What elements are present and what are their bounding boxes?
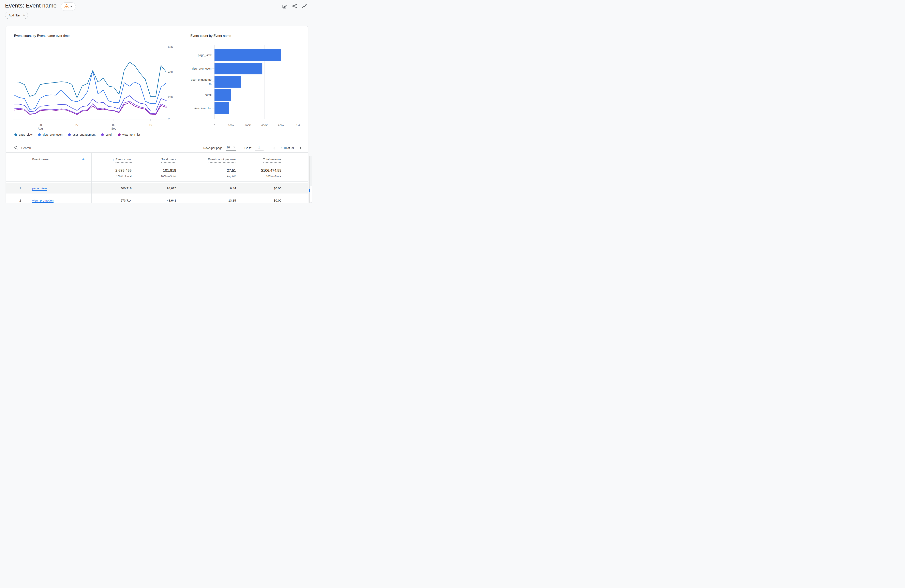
bar-category-label: view_promotion — [189, 67, 211, 71]
search-input[interactable] — [21, 146, 75, 150]
add-filter-label: Add filter — [9, 14, 20, 17]
goto-label: Go to: — [245, 146, 252, 149]
event-name-cell: page_view — [27, 186, 91, 190]
revenue-cell: $0.00 — [236, 199, 281, 202]
line-chart-title: Event count by Event name over time — [14, 34, 70, 38]
column-header-total-revenue[interactable]: Total revenue — [236, 157, 281, 163]
y-axis-label: 0 — [168, 117, 170, 120]
legend-item-view_promotion[interactable]: view_promotion — [38, 133, 62, 136]
table-header: Event name + ↓Event count Total users Ev… — [6, 153, 308, 182]
bar-user_engagement — [214, 76, 241, 87]
legend-item-page_view[interactable]: page_view — [14, 133, 32, 136]
customize-report-icon[interactable] — [282, 3, 287, 9]
bar-x-axis-label: 600K — [261, 124, 268, 127]
bar-scroll — [214, 89, 231, 101]
y-axis-label: 40K — [168, 70, 173, 73]
total-event-count-sub: 100% of total — [91, 175, 132, 178]
plus-icon: + — [23, 13, 25, 17]
total-event-count: 2,635,455 — [91, 168, 132, 173]
total-users-cell: 43,641 — [132, 199, 176, 202]
rows-per-page-value: 10 — [227, 146, 230, 149]
chevron-left-icon[interactable] — [272, 146, 276, 150]
row-index: 2 — [14, 199, 27, 202]
column-header-total-users[interactable]: Total users — [132, 157, 176, 163]
legend-dot-icon — [101, 133, 104, 136]
legend-label: view_item_list — [122, 133, 140, 136]
x-axis-label: 20Aug — [38, 123, 43, 130]
event-name-link[interactable]: page_view — [32, 186, 47, 190]
scrollbar-thumb[interactable] — [310, 186, 312, 203]
line-series-scroll — [14, 101, 166, 114]
bar-x-axis-label: 1M — [296, 124, 300, 127]
legend-label: page_view — [19, 133, 32, 136]
page-title: Events: Event name — [5, 2, 57, 9]
per-user-cell: 8.44 — [176, 186, 236, 190]
insights-icon[interactable] — [302, 3, 307, 9]
total-per-user: 27.51 — [176, 168, 236, 173]
legend-item-view_item_list[interactable]: view_item_list — [118, 133, 140, 136]
event-name-link[interactable]: view_promotion — [32, 199, 54, 202]
goto-page-input[interactable] — [255, 145, 264, 151]
column-header-event-count[interactable]: ↓Event count — [91, 157, 132, 163]
column-header-event-count-per-user[interactable]: Event count per user — [176, 157, 236, 163]
y-axis-label: 20K — [168, 95, 173, 99]
legend-label: view_promotion — [43, 133, 62, 136]
legend-item-user_engagement[interactable]: user_engagement — [68, 133, 95, 136]
legend-dot-icon — [118, 133, 121, 136]
x-axis-label: 10 — [149, 123, 152, 127]
legend-item-scroll[interactable]: scroll — [101, 133, 112, 136]
legend-label: user_engagement — [73, 133, 95, 136]
y-axis-label: 60K — [168, 45, 173, 48]
total-revenue-sub: 100% of total — [236, 175, 281, 178]
total-revenue: $106,474.89 — [236, 168, 281, 173]
chevron-down-icon — [233, 146, 235, 148]
x-axis-label: 03Sep — [111, 123, 116, 130]
bar-category-label: scroll — [189, 93, 211, 97]
bar-view_promotion — [214, 63, 262, 75]
bar-category-label: page_view — [189, 53, 211, 57]
page-range-label: 1-10 of 29 — [281, 146, 294, 149]
pagination: Rows per page: 10 Go to: 1-10 of 29 — [203, 145, 303, 151]
share-icon[interactable] — [292, 3, 297, 9]
event-count-cell: 573,714 — [91, 199, 132, 202]
column-header-event-name[interactable]: Event name — [32, 157, 48, 161]
line-chart — [13, 41, 177, 126]
per-user-cell: 13.15 — [176, 199, 236, 202]
revenue-cell: $0.00 — [236, 186, 281, 190]
report-warning-dropdown[interactable] — [61, 2, 76, 11]
total-per-user-sub: Avg 0% — [176, 175, 236, 178]
legend-dot-icon — [68, 133, 71, 136]
table-body: 1page_view800,71894,8758.44$0.002view_pr… — [6, 183, 308, 203]
total-users-cell: 94,875 — [132, 186, 176, 190]
chevron-down-icon — [70, 6, 72, 7]
bar-x-axis-label: 0 — [214, 124, 215, 127]
event-count-cell: 800,718 — [91, 186, 132, 190]
bar-chart-title: Event count by Event name — [191, 34, 231, 38]
line-series-page_view — [14, 62, 166, 98]
report-toolbar — [282, 3, 307, 9]
bar-x-axis-label: 800K — [278, 124, 284, 127]
legend: page_viewview_promotionuser_engagementsc… — [14, 133, 140, 136]
total-users-sub: 100% of total — [132, 175, 176, 178]
bar-x-axis-label: 200K — [228, 124, 235, 127]
rows-per-page-select[interactable]: 10 — [225, 145, 236, 151]
legend-dot-icon — [14, 133, 17, 136]
warning-triangle-icon — [64, 4, 69, 9]
add-column-icon[interactable]: + — [82, 157, 84, 161]
bar-view_item_list — [214, 102, 229, 114]
table-row: 1page_view800,71894,8758.44$0.00 — [6, 183, 308, 194]
bar-category-label: view_item_list — [189, 106, 211, 110]
add-filter-button[interactable]: Add filter + — [5, 12, 28, 19]
table-row: 2view_promotion573,71443,64113.15$0.00 — [6, 194, 308, 203]
line-series-user_engagement — [14, 96, 166, 112]
bar-x-axis-label: 400K — [245, 124, 251, 127]
chevron-right-icon[interactable] — [298, 146, 303, 150]
rows-per-page-label: Rows per page: — [203, 146, 223, 149]
sort-descending-icon: ↓ — [113, 157, 114, 161]
total-users: 101,919 — [132, 168, 176, 173]
table-toolbar: Rows per page: 10 Go to: 1-10 of 29 — [6, 143, 308, 153]
row-index: 1 — [14, 186, 27, 190]
report-card: Event count by Event name over time Even… — [6, 26, 308, 203]
column-divider — [91, 153, 92, 203]
scroll-indicator — [310, 189, 310, 192]
